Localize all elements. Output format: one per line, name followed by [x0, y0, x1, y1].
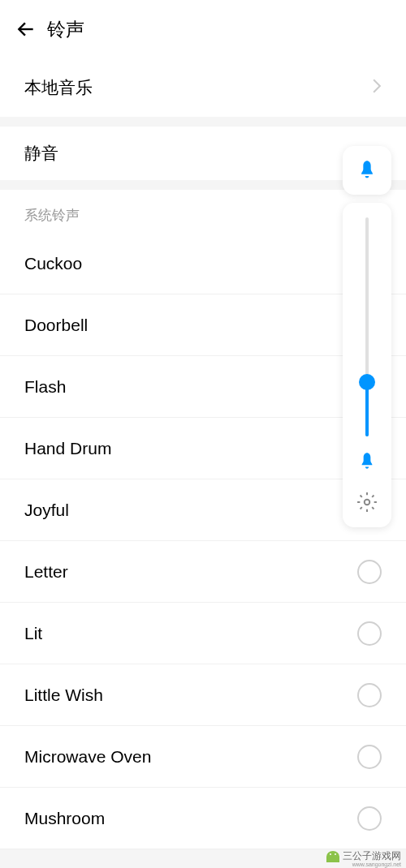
volume-mode-button[interactable]	[343, 146, 391, 195]
bell-icon	[356, 451, 378, 475]
ringtone-label: Cuckoo	[24, 254, 82, 273]
local-music-label: 本地音乐	[24, 76, 93, 99]
ringtone-label: Doorbell	[24, 316, 88, 335]
ringtone-item[interactable]: Mushroom	[0, 788, 406, 849]
radio-icon	[357, 745, 382, 769]
ringtone-label: Hand Drum	[24, 439, 111, 458]
back-arrow-icon	[15, 19, 37, 40]
watermark-logo-icon	[326, 851, 339, 862]
ringtone-label: Letter	[24, 562, 68, 582]
back-button[interactable]	[10, 13, 42, 45]
bell-icon	[356, 159, 378, 182]
radio-icon	[357, 621, 382, 646]
radio-icon	[357, 806, 382, 831]
chevron-right-icon	[372, 79, 382, 97]
watermark-url: www.sangongzi.net	[352, 862, 401, 867]
ringtone-item[interactable]: Lit	[0, 603, 406, 664]
volume-slider-container	[343, 203, 391, 527]
ringtone-item[interactable]: Letter	[0, 541, 406, 603]
ringtone-item[interactable]: Microwave Oven	[0, 726, 406, 788]
silent-label: 静音	[24, 142, 58, 165]
gear-icon	[356, 492, 378, 513]
ringtone-label: Flash	[24, 377, 66, 397]
volume-slider[interactable]	[365, 217, 369, 436]
ringtone-label: Joyful	[24, 501, 69, 520]
volume-slider-handle[interactable]	[359, 374, 375, 390]
watermark: 三公子游戏网 www.sangongzi.net	[326, 849, 401, 863]
local-music-item[interactable]: 本地音乐	[0, 58, 406, 117]
radio-icon	[357, 683, 382, 707]
radio-icon	[357, 560, 382, 584]
settings-button[interactable]	[356, 492, 378, 516]
svg-point-1	[365, 500, 370, 505]
ringtone-item[interactable]: Little Wish	[0, 664, 406, 726]
ringtone-label: Lit	[24, 624, 42, 643]
volume-panel	[343, 146, 391, 527]
page-title: 铃声	[47, 17, 84, 42]
ringtone-label: Microwave Oven	[24, 747, 151, 767]
volume-slider-fill	[365, 382, 369, 437]
ringtone-label: Little Wish	[24, 685, 103, 705]
ringtone-label: Mushroom	[24, 809, 105, 828]
header: 铃声	[0, 0, 406, 58]
